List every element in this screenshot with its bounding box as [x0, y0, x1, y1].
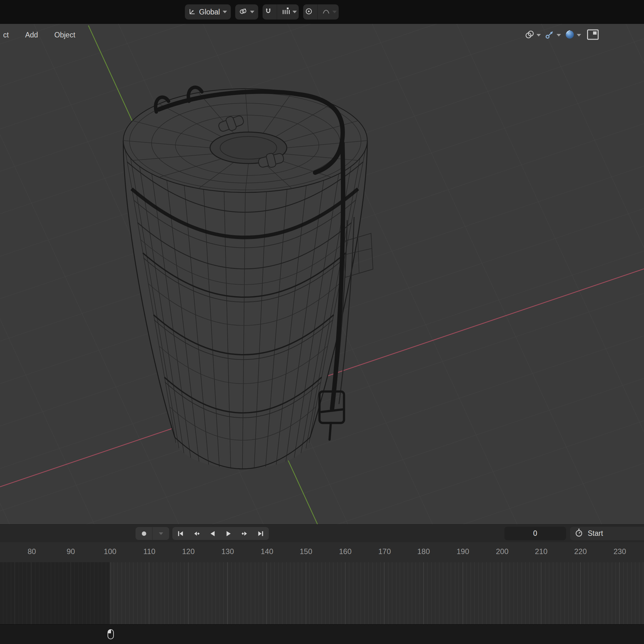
auto-keying-control: [136, 527, 169, 540]
jump-to-start-icon: [176, 530, 185, 538]
proportional-group: [303, 4, 339, 19]
menu-add[interactable]: Add: [23, 30, 41, 41]
chevron-down-icon: [557, 34, 561, 36]
play-button[interactable]: [220, 527, 236, 540]
play-reverse-button[interactable]: [204, 527, 220, 540]
viewport-3d[interactable]: [0, 0, 644, 525]
range-start-line: [110, 562, 111, 624]
topbar: Global: [0, 0, 644, 24]
ruler-label: 200: [490, 547, 515, 556]
chevron-down-icon: [159, 532, 163, 535]
quad-view-icon: [587, 29, 599, 42]
menu-object[interactable]: Object: [52, 30, 78, 41]
mouse-hint-icon: [107, 629, 114, 641]
quad-view-button[interactable]: [587, 29, 599, 42]
transport-controls: [172, 527, 269, 540]
overlays-dropdown[interactable]: [525, 30, 541, 41]
magnet-icon: [264, 8, 272, 16]
proportional-editing-icon: [305, 8, 313, 16]
ruler-label: 90: [58, 547, 83, 556]
snap-toggle-button[interactable]: [263, 4, 274, 19]
ruler-label: 150: [293, 547, 319, 556]
play-icon: [225, 530, 233, 538]
timeline-ruler[interactable]: 80 90 100 110 120 130 140 150 160 170 18…: [0, 542, 644, 562]
ruler-label: 120: [176, 547, 201, 556]
snap-settings-dropdown[interactable]: [280, 4, 299, 19]
status-bar: [0, 624, 644, 644]
jump-to-start-button[interactable]: [172, 527, 188, 540]
chevron-down-icon: [292, 11, 297, 13]
jump-to-next-keyframe-button[interactable]: [236, 527, 253, 540]
ruler-label: 110: [137, 547, 162, 556]
proportional-editing-toggle[interactable]: [303, 4, 314, 19]
ruler-label: 140: [254, 547, 280, 556]
transform-orientation-dropdown[interactable]: Global: [185, 4, 231, 19]
ruler-label: 230: [607, 547, 632, 556]
jump-to-end-button[interactable]: [253, 527, 269, 540]
chevron-down-icon: [536, 34, 541, 36]
jump-to-prev-keyframe-button[interactable]: [188, 527, 204, 540]
stopwatch-icon: [575, 528, 583, 539]
viewport-menus: ct Add Object: [0, 30, 78, 41]
next-keyframe-icon: [241, 530, 249, 538]
ruler-label: 130: [215, 547, 240, 556]
falloff-curve-icon: [322, 8, 330, 16]
snap-increment-icon: [282, 7, 290, 17]
viewport-shading-dropdown[interactable]: [565, 30, 581, 41]
chevron-down-icon: [223, 11, 227, 13]
jump-to-end-icon: [257, 530, 265, 538]
ruler-label: 160: [333, 547, 358, 556]
timeline-header: 0 Start: [0, 524, 644, 542]
viewport-shading-icon: [565, 30, 575, 41]
keying-set-dropdown[interactable]: [153, 527, 169, 540]
menu-select-clipped[interactable]: ct: [1, 30, 11, 41]
overlays-icon: [525, 30, 535, 41]
ruler-label: 180: [411, 547, 436, 556]
viewport-header-right: [525, 29, 599, 42]
ruler-label: 80: [19, 547, 44, 556]
orientation-axes-icon: [189, 8, 196, 16]
snap-target-icon: [239, 7, 247, 17]
ruler-label: 220: [568, 547, 593, 556]
snap-target-dropdown[interactable]: [235, 4, 258, 19]
auto-key-dot-icon: [141, 530, 147, 537]
start-frame-field[interactable]: Start: [570, 527, 644, 540]
ruler-label: 170: [372, 547, 397, 556]
orientation-label: Global: [199, 8, 220, 16]
current-frame-field[interactable]: 0: [504, 527, 566, 540]
gizmos-icon: [545, 30, 555, 41]
out-of-range-shade: [0, 562, 111, 624]
ruler-label: 100: [97, 547, 123, 556]
start-frame-label: Start: [588, 529, 603, 538]
ruler-label: 190: [450, 547, 475, 556]
chevron-down-icon: [250, 11, 254, 13]
current-frame-value: 0: [533, 529, 537, 538]
play-reverse-icon: [208, 530, 217, 538]
chevron-down-icon: [332, 11, 337, 13]
gizmos-dropdown[interactable]: [545, 30, 561, 41]
chevron-down-icon: [577, 34, 581, 36]
snapping-group: [263, 4, 299, 19]
ruler-label: 210: [529, 547, 554, 556]
prev-keyframe-icon: [192, 530, 201, 538]
auto-key-toggle[interactable]: [136, 527, 152, 540]
falloff-dropdown[interactable]: [320, 4, 339, 19]
timeline-track[interactable]: [0, 562, 644, 624]
